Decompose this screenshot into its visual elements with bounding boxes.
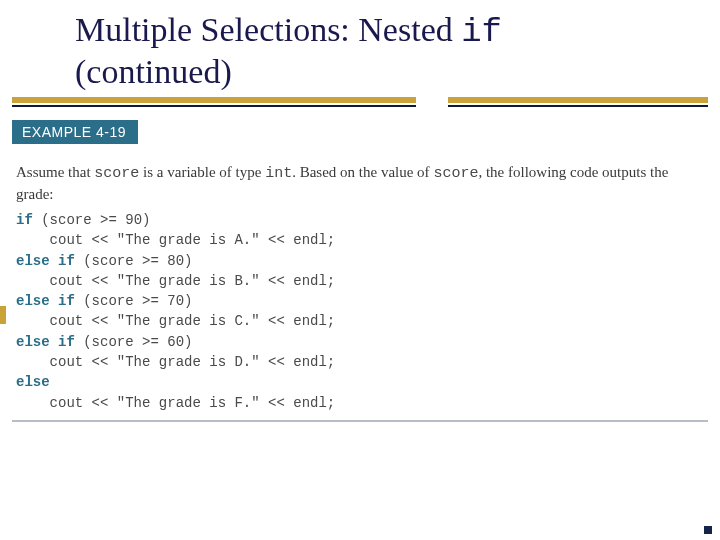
lead-m1: score [94,165,139,182]
lead-m3: score [433,165,478,182]
kw-elseif-1: else if [16,253,75,269]
code-l10: cout << "The grade is F." << endl; [16,395,335,411]
lead-t1: Assume that [16,164,94,180]
rule-dark [12,105,708,107]
code-l7-rest: (score >= 60) [75,334,193,350]
lead-m2: int [265,165,292,182]
kw-elseif-3: else if [16,334,75,350]
slide-title: Multiple Selections: Nested if (continue… [75,10,660,91]
lead-t2: is a variable of type [139,164,265,180]
code-l8: cout << "The grade is D." << endl; [16,354,335,370]
title-text-pre: Multiple Selections: Nested [75,11,461,48]
title-mono-if: if [461,13,502,51]
code-l3-rest: (score >= 80) [75,253,193,269]
rule-gold [12,97,708,103]
title-text-post: (continued) [75,53,232,90]
corner-square-icon [704,526,712,534]
end-rule [12,420,708,422]
kw-else: else [16,374,50,390]
code-l6: cout << "The grade is C." << endl; [16,313,335,329]
kw-if: if [16,212,33,228]
kw-elseif-2: else if [16,293,75,309]
code-l1-rest: (score >= 90) [33,212,151,228]
rule-notch [416,95,448,109]
lead-t3: . Based on the value of [292,164,433,180]
code-l5-rest: (score >= 70) [75,293,193,309]
code-l2: cout << "The grade is A." << endl; [16,232,335,248]
left-gold-strip [0,306,6,324]
code-block: if (score >= 90) cout << "The grade is A… [16,210,696,413]
lead-paragraph: Assume that score is a variable of type … [16,162,696,205]
example-banner: EXAMPLE 4-19 [12,120,138,144]
code-l4: cout << "The grade is B." << endl; [16,273,335,289]
